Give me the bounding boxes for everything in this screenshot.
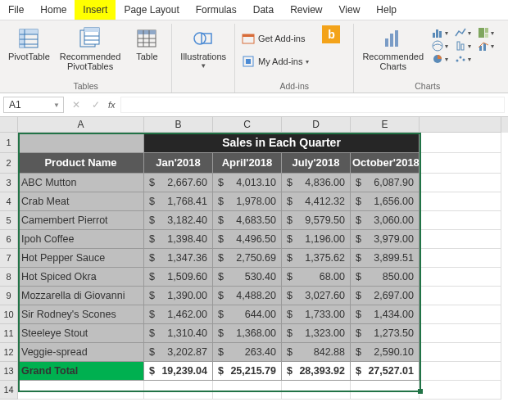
fx-icon[interactable]: fx (108, 100, 116, 110)
column-header-cell[interactable]: April'2018 (213, 153, 282, 174)
col-header[interactable]: D (282, 117, 351, 133)
data-cell[interactable]: $3,979.00 (351, 230, 420, 249)
row-header[interactable]: 13 (0, 362, 18, 381)
data-cell[interactable]: $9,579.50 (282, 211, 351, 230)
data-cell[interactable]: $4,836.00 (282, 174, 351, 192)
grand-total-cell[interactable]: $27,527.01 (351, 362, 420, 381)
map-chart-button[interactable]: ▾ (432, 40, 448, 52)
column-header-cell[interactable]: July'2018 (282, 153, 351, 174)
recommended-pivottables-button[interactable]: Recommended PivotTables (58, 25, 123, 73)
data-cell[interactable]: $3,060.00 (351, 211, 420, 230)
row-header[interactable]: 7 (0, 249, 18, 268)
cancel-formula-button[interactable]: ✕ (69, 99, 84, 111)
data-cell[interactable]: $4,412.32 (282, 192, 351, 211)
data-cell[interactable]: $1,310.40 (144, 324, 213, 343)
empty-cell[interactable] (420, 381, 501, 400)
product-name-cell[interactable]: Hot Spiced Okra (18, 268, 144, 287)
illustrations-button[interactable]: Illustrations ▼ (179, 25, 228, 73)
menu-file[interactable]: File (0, 0, 32, 20)
data-cell[interactable]: $3,202.87 (144, 343, 213, 362)
data-cell[interactable]: $1,733.00 (282, 305, 351, 324)
bing-icon[interactable]: b (322, 25, 340, 43)
product-name-cell[interactable]: Mozzarella di Giovanni (18, 287, 144, 305)
data-cell[interactable]: $2,667.60 (144, 174, 213, 192)
data-cell[interactable]: $1,509.60 (144, 268, 213, 287)
data-cell[interactable]: $1,656.00 (351, 192, 420, 211)
data-cell[interactable]: $1,368.00 (213, 324, 282, 343)
empty-cell[interactable] (420, 343, 501, 362)
data-cell[interactable]: $1,347.36 (144, 249, 213, 268)
empty-cell[interactable] (420, 268, 501, 287)
grand-total-cell[interactable]: $28,393.92 (282, 362, 351, 381)
row-header[interactable]: 4 (0, 192, 18, 211)
data-cell[interactable]: $68.00 (282, 268, 351, 287)
row-header[interactable]: 12 (0, 343, 18, 362)
name-box[interactable]: A1 ▼ (3, 97, 64, 113)
menu-home[interactable]: Home (32, 0, 75, 20)
data-cell[interactable]: $3,027.60 (282, 287, 351, 305)
table-button[interactable]: Table (129, 25, 165, 63)
data-cell[interactable]: $3,182.40 (144, 211, 213, 230)
empty-cell[interactable] (420, 192, 501, 211)
data-cell[interactable]: $4,683.50 (213, 211, 282, 230)
column-header-cell[interactable]: October'2018 (351, 153, 420, 174)
grand-total-cell[interactable]: $25,215.79 (213, 362, 282, 381)
menu-formulas[interactable]: Formulas (188, 0, 245, 20)
get-addins-button[interactable]: Get Add-ins (242, 30, 309, 47)
data-cell[interactable]: $1,323.00 (282, 324, 351, 343)
empty-cell[interactable] (282, 381, 351, 400)
empty-cell[interactable] (420, 133, 501, 153)
product-name-cell[interactable]: Camembert Pierrot (18, 211, 144, 230)
data-cell[interactable]: $1,768.41 (144, 192, 213, 211)
data-cell[interactable]: $1,398.40 (144, 230, 213, 249)
empty-cell[interactable] (420, 305, 501, 324)
data-cell[interactable]: $1,273.50 (351, 324, 420, 343)
select-all-corner[interactable] (0, 117, 18, 133)
menu-help[interactable]: Help (368, 0, 405, 20)
menu-view[interactable]: View (331, 0, 369, 20)
product-name-cell[interactable]: Steeleye Stout (18, 324, 144, 343)
product-name-cell[interactable]: Crab Meat (18, 192, 144, 211)
row-header[interactable]: 5 (0, 211, 18, 230)
data-cell[interactable]: $1,390.00 (144, 287, 213, 305)
empty-cell[interactable] (144, 381, 213, 400)
empty-cell[interactable] (420, 230, 501, 249)
data-cell[interactable]: $4,496.50 (213, 230, 282, 249)
row-header[interactable]: 8 (0, 268, 18, 287)
product-name-cell[interactable]: Hot Pepper Sauce (18, 249, 144, 268)
data-cell[interactable]: $1,196.00 (282, 230, 351, 249)
empty-cell[interactable] (420, 249, 501, 268)
empty-cell[interactable] (351, 381, 420, 400)
row-header[interactable]: 14 (0, 381, 18, 400)
empty-cell[interactable] (420, 324, 501, 343)
empty-cell[interactable] (213, 381, 282, 400)
row-header[interactable]: 3 (0, 174, 18, 192)
column-header-cell[interactable]: Jan'2018 (144, 153, 213, 174)
data-cell[interactable]: $2,697.00 (351, 287, 420, 305)
row-header[interactable]: 10 (0, 305, 18, 324)
grand-total-cell[interactable]: $19,239.04 (144, 362, 213, 381)
product-name-cell[interactable]: ABC Mutton (18, 174, 144, 192)
col-header[interactable]: E (351, 117, 420, 133)
data-cell[interactable]: $263.40 (213, 343, 282, 362)
menu-page-layout[interactable]: Page Layout (116, 0, 187, 20)
column-header-cell[interactable]: Product Name (18, 153, 144, 174)
my-addins-button[interactable]: My Add-ins ▾ (242, 53, 309, 70)
empty-cell[interactable] (420, 211, 501, 230)
menu-insert[interactable]: Insert (75, 0, 116, 20)
line-chart-button[interactable]: ▾ (455, 27, 471, 38)
treemap-chart-button[interactable]: ▾ (478, 27, 494, 38)
data-cell[interactable]: $1,434.00 (351, 305, 420, 324)
pivottable-button[interactable]: PivotTable (7, 25, 52, 63)
stats-chart-button[interactable]: ▾ (455, 40, 471, 52)
scatter-chart-button[interactable]: ▾ (455, 53, 471, 65)
empty-cell[interactable] (420, 362, 501, 381)
column-chart-button[interactable]: ▾ (432, 27, 448, 38)
data-cell[interactable]: $850.00 (351, 268, 420, 287)
data-cell[interactable]: $530.40 (213, 268, 282, 287)
data-cell[interactable]: $1,462.00 (144, 305, 213, 324)
empty-cell[interactable] (420, 174, 501, 192)
recommended-charts-button[interactable]: Recommended Charts (361, 25, 425, 73)
table-title[interactable] (18, 133, 144, 153)
empty-cell[interactable] (18, 381, 144, 400)
